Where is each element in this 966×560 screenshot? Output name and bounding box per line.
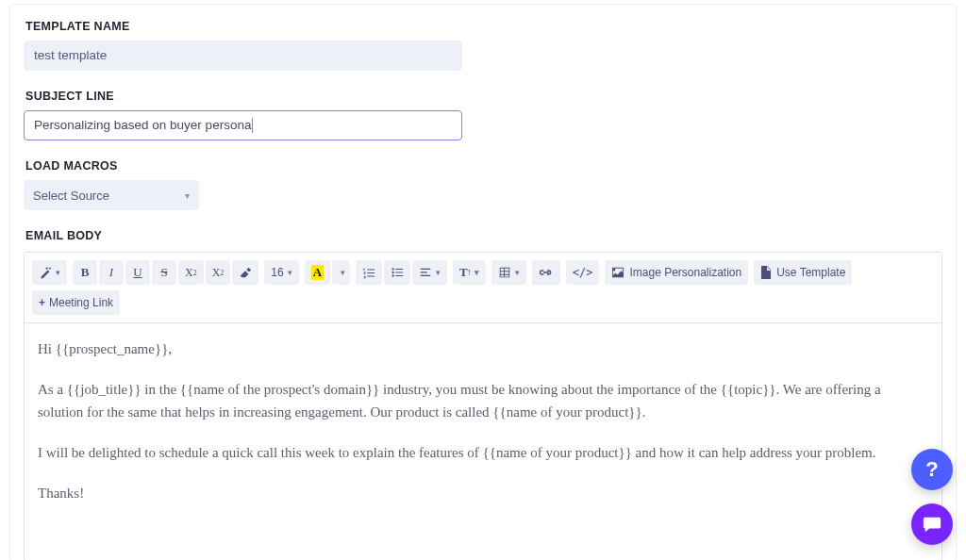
chevron-down-icon: ▾ <box>288 268 292 277</box>
align-dropdown[interactable]: ▾ <box>412 260 447 285</box>
svg-point-2 <box>392 274 394 276</box>
ordered-list-icon <box>362 266 375 279</box>
chevron-down-icon: ▾ <box>341 268 345 277</box>
image-icon <box>611 267 625 278</box>
body-paragraph-3: I will be delighted to schedule a quick … <box>38 442 928 464</box>
unordered-list-icon <box>391 266 404 279</box>
chat-fab[interactable] <box>911 503 953 545</box>
page: TEMPLATE NAME test template SUBJECT LINE… <box>0 4 966 560</box>
image-personalization-button[interactable]: Image Personalization <box>605 260 748 285</box>
body-paragraph-2: As a {{job_title}} in the {{name of the … <box>38 379 928 423</box>
link-icon <box>539 266 554 279</box>
chevron-down-icon: ▾ <box>185 190 190 201</box>
template-name-input[interactable]: test template <box>24 41 462 71</box>
toolbar-group-lists: ▾ <box>356 260 447 285</box>
magic-wand-icon <box>39 266 52 279</box>
toolbar-group-magic: ▾ <box>32 260 67 285</box>
toolbar-group-meeting-link: + Meeting Link <box>32 290 120 315</box>
template-name-value: test template <box>34 41 107 71</box>
svg-point-1 <box>392 272 394 273</box>
plus-icon: + <box>39 296 45 309</box>
paragraph-format-dropdown[interactable]: T! ▾ <box>453 260 486 285</box>
body-paragraph-1: Hi {{prospect_name}}, <box>38 338 928 360</box>
link-button[interactable] <box>532 260 560 285</box>
eraser-icon <box>239 266 252 279</box>
toolbar-group-fontsize: 16 ▾ <box>264 260 298 285</box>
label-template-name: TEMPLATE NAME <box>25 20 956 33</box>
subject-line-value: Personalizing based on buyer persona <box>34 110 251 140</box>
svg-point-0 <box>392 268 394 270</box>
table-icon <box>498 266 511 279</box>
chevron-down-icon: ▾ <box>436 268 441 277</box>
toolbar-group-table: ▾ <box>491 260 526 285</box>
code-view-button[interactable]: </> <box>566 260 600 285</box>
label-email-body: EMAIL BODY <box>25 229 956 242</box>
chevron-down-icon: ▾ <box>515 268 520 277</box>
italic-button[interactable]: I <box>99 260 124 285</box>
subject-line-input[interactable]: Personalizing based on buyer persona <box>24 110 462 140</box>
chat-icon <box>922 514 942 535</box>
editor-toolbar: ▾ B I U S X2 X2 16 ▾ <box>25 253 941 323</box>
superscript-button[interactable]: X2 <box>178 260 204 285</box>
toolbar-group-paragraph: T! ▾ <box>453 260 486 285</box>
subscript-button[interactable]: X2 <box>206 260 231 285</box>
text-color-icon: A <box>311 265 324 280</box>
font-size-dropdown[interactable]: 16 ▾ <box>264 260 298 285</box>
toolbar-group-link <box>532 260 560 285</box>
text-color-button[interactable]: A <box>305 260 330 285</box>
chevron-down-icon: ▾ <box>56 268 60 277</box>
use-template-label: Use Template <box>776 266 845 279</box>
rich-text-editor: ▾ B I U S X2 X2 16 ▾ <box>24 252 942 560</box>
email-body-editor[interactable]: Hi {{prospect_name}}, As a {{job_title}}… <box>25 323 941 560</box>
text-caret <box>252 118 253 133</box>
use-template-button[interactable]: Use Template <box>754 260 852 285</box>
toolbar-group-use-template: Use Template <box>754 260 852 285</box>
meeting-link-button[interactable]: + Meeting Link <box>32 290 120 315</box>
align-icon <box>419 266 432 279</box>
body-paragraph-4: Thanks! <box>38 483 928 504</box>
label-subject-line: SUBJECT LINE <box>25 90 956 103</box>
bold-button[interactable]: B <box>73 260 97 285</box>
eraser-button[interactable] <box>232 260 258 285</box>
macro-placeholder: Select Source <box>33 189 109 203</box>
form-section: TEMPLATE NAME test template SUBJECT LINE… <box>10 5 956 242</box>
unordered-list-button[interactable] <box>384 260 410 285</box>
form-panel: TEMPLATE NAME test template SUBJECT LINE… <box>9 4 957 560</box>
toolbar-group-color: A ▾ <box>305 260 350 285</box>
toolbar-group-code: </> <box>566 260 600 285</box>
macro-source-dropdown[interactable]: Select Source ▾ <box>24 180 199 210</box>
strikethrough-button[interactable]: S <box>152 260 176 285</box>
ordered-list-button[interactable] <box>356 260 382 285</box>
underline-button[interactable]: U <box>125 260 150 285</box>
meeting-link-label: Meeting Link <box>49 296 113 309</box>
text-color-dropdown[interactable]: ▾ <box>332 260 350 285</box>
toolbar-group-image-pers: Image Personalization <box>605 260 748 285</box>
chevron-down-icon: ▾ <box>475 268 479 277</box>
label-load-macros: LOAD MACROS <box>25 159 956 173</box>
help-icon: ? <box>925 457 938 482</box>
font-size-value: 16 <box>271 266 283 279</box>
help-fab[interactable]: ? <box>911 449 953 490</box>
image-personalization-label: Image Personalization <box>629 266 741 279</box>
paragraph-letter: T <box>459 265 468 280</box>
toolbar-group-format: B I U S X2 X2 <box>73 260 258 285</box>
table-dropdown[interactable]: ▾ <box>491 260 526 285</box>
file-icon <box>760 266 772 279</box>
magic-wand-button[interactable]: ▾ <box>32 260 67 285</box>
